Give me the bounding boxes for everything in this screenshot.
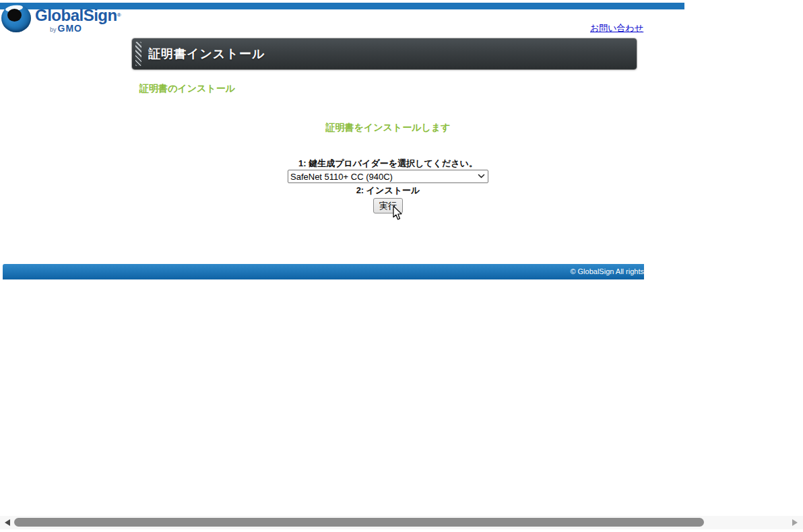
page: GlobalSign® byGMO お問い合わせ 証明書インストール 証明書のイ… (0, 0, 803, 532)
globalsign-logo: GlobalSign® byGMO (1, 0, 129, 34)
copyright-text: © GlobalSign All rights (570, 267, 644, 275)
page-title-bar: 証明書インストール (132, 38, 637, 69)
step1-label: 1: 鍵生成プロバイダーを選択してください。 (139, 158, 637, 170)
title-bar-stripe-decoration (135, 42, 141, 66)
brand-subtitle: byGMO (50, 22, 82, 34)
eye-pupil (7, 9, 22, 22)
brand-name-text: GlobalSign (35, 6, 117, 24)
provider-select-row: SafeNet 5110+ CC (940C) (139, 170, 637, 183)
brand-company-text: GMO (58, 23, 82, 34)
provider-select-wrap: SafeNet 5110+ CC (940C) (288, 170, 488, 183)
execute-button-row: 実行 (139, 198, 637, 213)
scroll-left-icon (5, 519, 10, 526)
scrollbar-thumb[interactable] (14, 518, 704, 527)
scroll-right-icon (792, 519, 798, 526)
registered-mark: ® (117, 12, 121, 18)
horizontal-scrollbar[interactable] (0, 516, 803, 529)
globalsign-eye-icon (1, 4, 31, 32)
scroll-left-button[interactable] (3, 519, 11, 527)
provider-select[interactable]: SafeNet 5110+ CC (940C) (288, 170, 488, 183)
scroll-right-button[interactable] (791, 519, 799, 527)
step2-label: 2: インストール (139, 185, 637, 197)
brand-by-text: by (50, 26, 57, 33)
footer-bar: © GlobalSign All rights (3, 264, 644, 279)
section-heading: 証明書のインストール (139, 83, 235, 95)
page-title: 証明書インストール (148, 46, 265, 62)
intro-message: 証明書をインストールします (139, 122, 637, 134)
execute-button[interactable]: 実行 (373, 198, 403, 213)
contact-link[interactable]: お問い合わせ (590, 22, 643, 34)
